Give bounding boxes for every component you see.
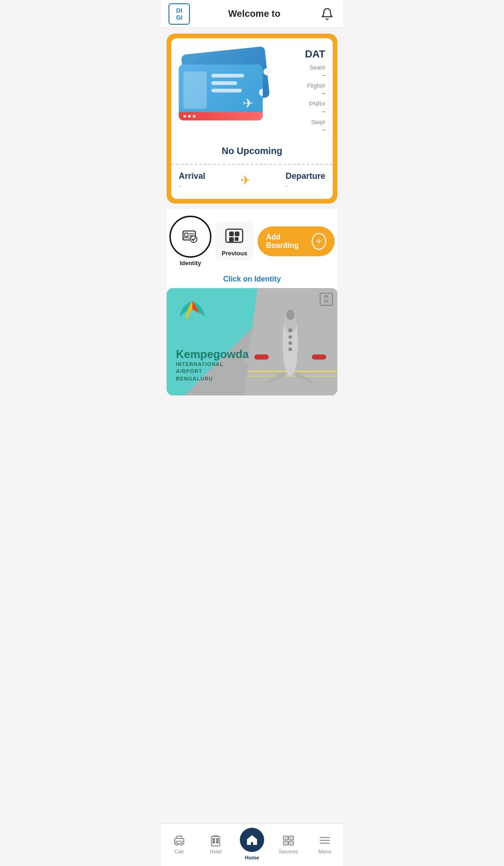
notification-bell-button[interactable] <box>319 6 336 22</box>
home-label: Home <box>245 855 259 860</box>
home-icon-wrap <box>240 828 264 852</box>
seq-label: Seq# <box>305 119 325 126</box>
main-content: ✈ DAT Seat# – <box>161 28 343 437</box>
airplane-runway <box>244 297 337 386</box>
svg-point-22 <box>288 328 292 332</box>
page-title: Welcome to <box>228 8 280 19</box>
airport-banner: Kempegowda INTERNATIONAL AIRPORT BENGALU… <box>167 288 337 395</box>
menu-icon <box>318 834 331 847</box>
add-boarding-text: Add Boarding <box>266 233 307 250</box>
identity-icon <box>181 227 200 246</box>
ticket-left-block <box>183 71 207 109</box>
svg-point-23 <box>288 335 292 339</box>
svg-rect-33 <box>217 838 218 840</box>
svg-point-24 <box>288 341 292 345</box>
seat-label: Seat# <box>305 64 325 71</box>
svg-rect-12 <box>231 239 232 240</box>
airport-name-sub-2: AIRPORT <box>176 368 249 375</box>
nav-menu[interactable]: Menu <box>311 834 339 854</box>
logo-text-di: DI <box>176 7 182 14</box>
boarding-card-inner: ✈ DAT Seat# – <box>171 38 333 199</box>
hotel-label: Hotel <box>210 849 222 854</box>
no-upcoming-text: No Upcoming <box>179 139 325 164</box>
cab-label: Cab <box>175 849 184 854</box>
arrival-section: Arrival - <box>179 171 205 190</box>
seat-value: – <box>305 71 325 78</box>
previous-label: Previous <box>222 250 247 257</box>
logo-text-gi: GI <box>176 14 182 21</box>
app-logo: DI GI <box>168 3 190 25</box>
identity-label: Identity <box>180 260 201 267</box>
nav-services[interactable]: Services <box>274 834 302 854</box>
identity-button-wrap: Identity <box>169 216 211 267</box>
previous-icon <box>223 225 245 248</box>
svg-point-26 <box>286 310 294 320</box>
airport-name: Kempegowda INTERNATIONAL AIRPORT BENGALU… <box>176 348 249 382</box>
svg-point-29 <box>181 843 183 845</box>
plane-center-icon: ✈ <box>240 173 251 188</box>
flight-label: Flight# <box>305 82 325 89</box>
add-boarding-plus-icon: + <box>312 233 326 250</box>
departure-value: - <box>286 182 325 190</box>
departure-label: Departure <box>286 171 325 181</box>
seat-row: Seat# – <box>305 64 325 78</box>
airport-name-sub-3: BENGALURU <box>176 375 249 382</box>
svg-rect-1 <box>185 233 188 237</box>
svg-point-25 <box>288 347 292 351</box>
boarding-info: DAT Seat# – Flight# – PNR# – Seq# <box>305 46 325 133</box>
arrival-label: Arrival <box>179 171 205 181</box>
ticket-line-2 <box>211 81 237 85</box>
dat-label: DAT <box>305 48 325 60</box>
previous-button[interactable]: Previous <box>215 222 254 261</box>
add-boarding-button[interactable]: Add Boarding + <box>258 226 335 256</box>
ticket-front: ✈ <box>179 64 263 120</box>
seq-row: Seq# – <box>305 119 325 133</box>
identity-button[interactable] <box>169 216 211 258</box>
svg-rect-10 <box>236 233 238 235</box>
seq-value: – <box>305 126 325 133</box>
svg-point-28 <box>176 843 178 845</box>
airplane-illustration <box>244 302 337 386</box>
ticket-dots <box>183 115 196 118</box>
departure-section: Departure - <box>286 171 325 190</box>
ticket-illustration: ✈ <box>179 46 272 130</box>
svg-rect-17 <box>236 239 237 239</box>
services-label: Services <box>279 849 298 854</box>
pnr-label: PNR# <box>305 100 325 107</box>
svg-rect-20 <box>254 354 269 359</box>
digi-watermark: DI GI <box>320 293 333 306</box>
menu-label: Menu <box>318 849 331 854</box>
flight-info-row: Arrival - ✈ Departure - <box>179 165 325 190</box>
services-icon <box>282 834 295 847</box>
cab-icon <box>173 834 186 847</box>
app-header: DI GI Welcome to <box>161 0 343 28</box>
ticket-lines <box>211 74 244 92</box>
svg-rect-32 <box>213 838 215 840</box>
svg-rect-21 <box>312 354 326 359</box>
boarding-top-section: ✈ DAT Seat# – <box>179 46 325 139</box>
nav-cab[interactable]: Cab <box>165 834 193 854</box>
hotel-icon <box>209 834 222 847</box>
boarding-card-outer: ✈ DAT Seat# – <box>167 34 337 204</box>
action-row: Identity Previous <box>167 209 337 273</box>
ticket-line-3 <box>211 89 242 92</box>
bottom-nav: Cab Hotel Home <box>161 824 343 866</box>
pnr-row: PNR# – <box>305 100 325 115</box>
nav-hotel[interactable]: Hotel <box>202 834 230 854</box>
svg-rect-8 <box>231 233 232 235</box>
flight-row: Flight# – <box>305 82 325 97</box>
svg-rect-34 <box>213 841 215 843</box>
airport-name-main: Kempegowda <box>176 348 249 361</box>
ticket-plane-icon: ✈ <box>243 96 253 111</box>
pnr-value: – <box>305 108 325 115</box>
arrival-value: - <box>179 182 205 190</box>
click-hint-text: Click on Identity <box>167 273 337 288</box>
nav-home[interactable]: Home <box>238 828 266 860</box>
svg-rect-35 <box>217 841 218 843</box>
svg-rect-6 <box>226 229 243 242</box>
ticket-line-1 <box>211 74 244 77</box>
airport-bird-icon <box>176 296 209 324</box>
flight-value: – <box>305 90 325 97</box>
airport-name-sub-1: INTERNATIONAL <box>176 361 249 368</box>
airport-logo <box>176 296 209 326</box>
